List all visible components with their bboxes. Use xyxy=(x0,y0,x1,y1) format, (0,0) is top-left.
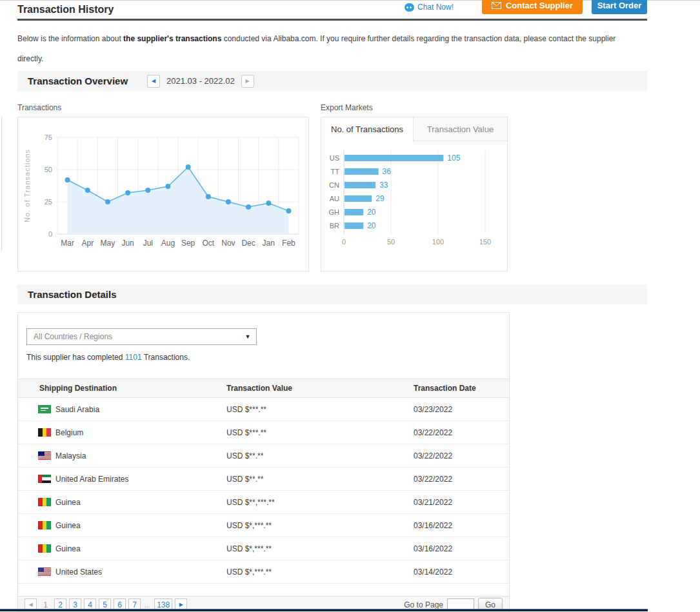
transaction-date-cell: 03/23/2022 xyxy=(414,398,509,421)
header-underline xyxy=(17,19,647,21)
export-markets-chart: 050100150US105TT36CN33AU29GH20BR20 xyxy=(321,141,507,273)
column-transaction-value: Transaction Value xyxy=(226,379,414,398)
transactions-table: Shipping Destination Transaction Value T… xyxy=(18,379,509,584)
svg-text:75: 75 xyxy=(45,133,52,141)
svg-text:GH: GH xyxy=(329,208,340,216)
shipping-destination-cell: Guinea xyxy=(18,537,226,560)
transaction-value-cell: USD $**.** xyxy=(226,444,414,468)
country-name: Guinea xyxy=(55,521,81,530)
svg-text:29: 29 xyxy=(375,194,385,203)
bottom-divider xyxy=(0,609,648,611)
transaction-details-panel: All Countries / Regions ▼ This supplier … xyxy=(17,312,510,612)
chevron-left-icon: ◀ xyxy=(152,78,155,84)
shipping-destination-cell: United Arab Emirates xyxy=(18,468,226,491)
svg-text:0: 0 xyxy=(342,238,346,246)
overview-section-bar: Transaction Overview ◀ 2021.03 - 2022.02… xyxy=(17,71,647,91)
transactions-chart: 0255075MarAprMayJunJulAugSepOctNovDecJan… xyxy=(17,117,309,271)
header-actions: Chat Now! Contact Supplier Start Order xyxy=(405,0,647,17)
country-name: Guinea xyxy=(55,498,81,507)
country-name: United States xyxy=(55,568,102,577)
svg-text:20: 20 xyxy=(367,208,376,217)
chat-now-label: Chat Now! xyxy=(417,3,454,12)
table-row: United Arab EmiratesUSD $**.**03/22/2022 xyxy=(18,468,509,491)
shipping-destination-cell: United States xyxy=(18,560,226,584)
export-markets-label: Export Markets xyxy=(321,103,508,112)
start-order-button[interactable]: Start Order xyxy=(592,0,647,14)
svg-text:TT: TT xyxy=(331,168,340,175)
country-flag-icon xyxy=(38,568,51,576)
transactions-table-body: Saudi ArabiaUSD $***.**03/23/2022Belgium… xyxy=(18,398,509,584)
table-row: GuineaUSD $*,***.**03/16/2022 xyxy=(18,537,509,560)
svg-text:May: May xyxy=(101,239,115,248)
transactions-chart-label: Transactions xyxy=(17,103,309,112)
details-section-title: Transaction Details xyxy=(28,289,117,300)
dropdown-arrow-icon: ▼ xyxy=(239,333,256,340)
country-filter-value: All Countries / Regions xyxy=(27,332,239,341)
main-content: Transaction History Chat Now! Contact Su… xyxy=(17,0,647,612)
country-flag-icon xyxy=(38,405,51,413)
country-flag-icon xyxy=(38,498,51,506)
svg-text:36: 36 xyxy=(383,167,392,176)
next-period-button: ▶ xyxy=(241,75,254,88)
contact-supplier-label: Contact Supplier xyxy=(506,1,573,10)
svg-text:Dec: Dec xyxy=(241,239,255,248)
country-filter-select[interactable]: All Countries / Regions ▼ xyxy=(26,328,257,345)
svg-text:50: 50 xyxy=(45,166,52,173)
transaction-value-cell: USD $***.** xyxy=(226,398,414,421)
svg-text:50: 50 xyxy=(387,238,395,246)
transaction-date-cell: 03/22/2022 xyxy=(414,421,509,444)
transaction-date-cell: 03/16/2022 xyxy=(414,514,509,537)
table-row: GuineaUSD $*,***.**03/16/2022 xyxy=(18,514,509,537)
details-filters: All Countries / Regions ▼ This supplier … xyxy=(18,313,509,362)
svg-text:Mar: Mar xyxy=(61,239,74,248)
svg-text:CN: CN xyxy=(329,181,339,189)
country-name: Belgium xyxy=(55,428,83,437)
prev-period-button[interactable]: ◀ xyxy=(147,75,160,88)
table-row: Saudi ArabiaUSD $***.**03/23/2022 xyxy=(18,398,509,421)
left-edge-line xyxy=(1,117,2,251)
shipping-destination-cell: Saudi Arabia xyxy=(18,398,226,421)
completed-count: 1101 xyxy=(125,353,142,362)
svg-text:25: 25 xyxy=(45,198,52,206)
chevron-left-icon: ◀ xyxy=(28,602,32,607)
start-order-label: Start Order xyxy=(597,1,642,10)
completed-transactions-text: This supplier has completed 1101 Transac… xyxy=(26,353,501,362)
svg-text:20: 20 xyxy=(367,221,376,230)
overview-section-title: Transaction Overview xyxy=(28,75,128,86)
goto-page-label: Go to Page xyxy=(404,600,443,609)
transaction-value-cell: USD $*,***.** xyxy=(226,560,414,584)
country-flag-icon xyxy=(38,451,51,460)
contact-supplier-button[interactable]: Contact Supplier xyxy=(482,0,583,14)
tab-no-of-transactions[interactable]: No. of Transactions xyxy=(321,117,414,141)
svg-text:BR: BR xyxy=(330,222,339,230)
table-row: United StatesUSD $*,***.**03/14/2022 xyxy=(18,560,509,584)
svg-text:Sep: Sep xyxy=(181,239,195,248)
table-row: BelgiumUSD $***.**03/22/2022 xyxy=(18,421,509,444)
intro-bold: the supplier's transactions xyxy=(123,34,221,43)
transaction-value-cell: USD $*,***.** xyxy=(226,537,414,560)
country-name: Malaysia xyxy=(55,451,86,460)
intro-text: Below is the information about the suppl… xyxy=(17,29,638,69)
tab-transaction-value[interactable]: Transaction Value xyxy=(414,117,507,141)
svg-text:150: 150 xyxy=(479,238,491,246)
chat-bubble-icon xyxy=(405,3,414,12)
charts-row: Transactions 0255075MarAprMayJunJulAugSe… xyxy=(17,103,647,271)
date-range-nav: ◀ 2021.03 - 2022.02 ▶ xyxy=(147,75,254,88)
svg-text:Nov: Nov xyxy=(221,239,235,248)
pagination-ellipsis: ... xyxy=(145,601,150,609)
date-range-label: 2021.03 - 2022.02 xyxy=(166,76,235,86)
chat-now-link[interactable]: Chat Now! xyxy=(405,3,454,12)
export-markets-tabs: No. of Transactions Transaction Value xyxy=(321,117,507,141)
svg-text:Jan: Jan xyxy=(263,239,275,248)
transaction-date-cell: 03/14/2022 xyxy=(414,560,509,584)
transaction-value-cell: USD $**.** xyxy=(226,468,414,491)
shipping-destination-cell: Belgium xyxy=(18,421,226,444)
svg-text:Oct: Oct xyxy=(202,239,214,248)
column-shipping-destination: Shipping Destination xyxy=(18,379,226,398)
details-section-bar: Transaction Details xyxy=(17,284,647,304)
svg-text:Jun: Jun xyxy=(121,239,134,248)
transaction-date-cell: 03/22/2022 xyxy=(414,444,509,468)
envelope-icon xyxy=(492,2,501,9)
page-header: Transaction History Chat Now! Contact Su… xyxy=(17,0,647,19)
shipping-destination-cell: Guinea xyxy=(18,491,226,514)
